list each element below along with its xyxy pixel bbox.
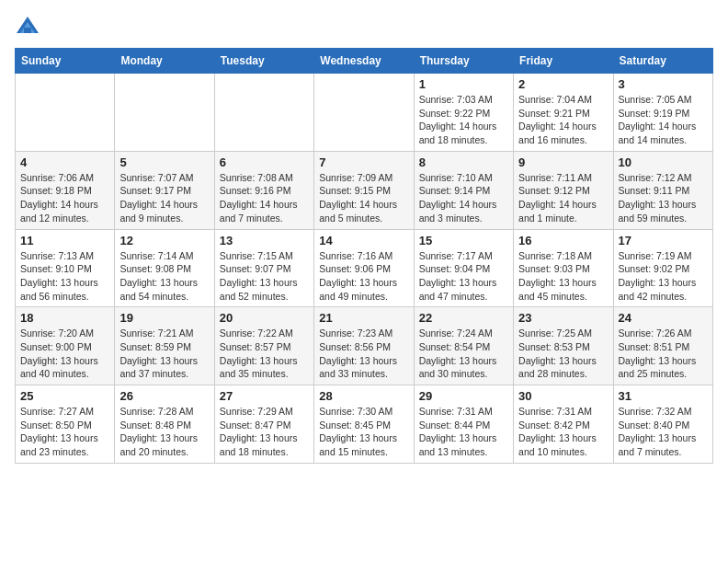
calendar-cell: 6Sunrise: 7:08 AM Sunset: 9:16 PM Daylig… — [214, 151, 313, 229]
calendar-cell: 27Sunrise: 7:29 AM Sunset: 8:47 PM Dayli… — [214, 385, 313, 464]
day-number: 23 — [518, 311, 608, 325]
day-number: 10 — [619, 155, 708, 169]
calendar-cell: 13Sunrise: 7:15 AM Sunset: 9:07 PM Dayli… — [214, 229, 313, 307]
day-number: 3 — [619, 77, 708, 91]
day-number: 9 — [518, 155, 608, 169]
calendar-cell — [314, 74, 414, 152]
day-info: Sunrise: 7:27 AM Sunset: 8:50 PM Dayligh… — [20, 405, 109, 459]
day-info: Sunrise: 7:03 AM Sunset: 9:22 PM Dayligh… — [419, 93, 508, 147]
calendar-cell: 31Sunrise: 7:32 AM Sunset: 8:40 PM Dayli… — [613, 385, 712, 464]
calendar-cell — [16, 74, 115, 152]
day-info: Sunrise: 7:20 AM Sunset: 9:00 PM Dayligh… — [20, 327, 109, 381]
day-info: Sunrise: 7:16 AM Sunset: 9:06 PM Dayligh… — [319, 249, 408, 304]
weekday-header-friday: Friday — [514, 49, 613, 74]
day-info: Sunrise: 7:14 AM Sunset: 9:08 PM Dayligh… — [119, 249, 209, 304]
day-info: Sunrise: 7:32 AM Sunset: 8:40 PM Dayligh… — [619, 405, 708, 459]
day-number: 8 — [419, 155, 508, 169]
day-number: 28 — [319, 389, 408, 403]
day-info: Sunrise: 7:23 AM Sunset: 8:56 PM Dayligh… — [319, 327, 408, 381]
day-info: Sunrise: 7:09 AM Sunset: 9:15 PM Dayligh… — [319, 171, 408, 225]
svg-rect-2 — [24, 28, 31, 33]
weekday-header-saturday: Saturday — [613, 49, 712, 74]
calendar-cell: 4Sunrise: 7:06 AM Sunset: 9:18 PM Daylig… — [16, 151, 115, 229]
weekday-header-wednesday: Wednesday — [314, 49, 414, 74]
day-info: Sunrise: 7:06 AM Sunset: 9:18 PM Dayligh… — [20, 171, 109, 225]
calendar-table: SundayMondayTuesdayWednesdayThursdayFrid… — [15, 48, 713, 464]
calendar-cell: 2Sunrise: 7:04 AM Sunset: 9:21 PM Daylig… — [514, 74, 613, 152]
calendar-week-row: 1Sunrise: 7:03 AM Sunset: 9:22 PM Daylig… — [16, 74, 713, 152]
day-number: 12 — [119, 234, 209, 247]
day-info: Sunrise: 7:25 AM Sunset: 8:53 PM Dayligh… — [518, 327, 608, 381]
day-info: Sunrise: 7:26 AM Sunset: 8:51 PM Dayligh… — [619, 327, 708, 381]
calendar-cell: 21Sunrise: 7:23 AM Sunset: 8:56 PM Dayli… — [314, 307, 414, 385]
calendar-cell: 9Sunrise: 7:11 AM Sunset: 9:12 PM Daylig… — [514, 151, 613, 229]
day-number: 21 — [319, 311, 408, 325]
day-info: Sunrise: 7:04 AM Sunset: 9:21 PM Dayligh… — [518, 93, 608, 147]
day-info: Sunrise: 7:13 AM Sunset: 9:10 PM Dayligh… — [20, 249, 109, 304]
day-number: 14 — [319, 234, 408, 247]
day-info: Sunrise: 7:21 AM Sunset: 8:59 PM Dayligh… — [119, 327, 209, 381]
calendar-cell: 15Sunrise: 7:17 AM Sunset: 9:04 PM Dayli… — [414, 229, 513, 307]
day-info: Sunrise: 7:18 AM Sunset: 9:03 PM Dayligh… — [518, 249, 608, 304]
day-info: Sunrise: 7:08 AM Sunset: 9:16 PM Dayligh… — [220, 171, 309, 225]
day-number: 24 — [619, 311, 708, 325]
calendar-cell: 10Sunrise: 7:12 AM Sunset: 9:11 PM Dayli… — [613, 151, 712, 229]
calendar-cell: 8Sunrise: 7:10 AM Sunset: 9:14 PM Daylig… — [414, 151, 513, 229]
day-info: Sunrise: 7:07 AM Sunset: 9:17 PM Dayligh… — [119, 171, 209, 225]
day-number: 26 — [119, 389, 209, 403]
calendar-cell: 20Sunrise: 7:22 AM Sunset: 8:57 PM Dayli… — [214, 307, 313, 385]
day-info: Sunrise: 7:17 AM Sunset: 9:04 PM Dayligh… — [419, 249, 508, 304]
weekday-header-row: SundayMondayTuesdayWednesdayThursdayFrid… — [16, 49, 713, 74]
calendar-cell: 12Sunrise: 7:14 AM Sunset: 9:08 PM Dayli… — [115, 229, 214, 307]
calendar-cell: 11Sunrise: 7:13 AM Sunset: 9:10 PM Dayli… — [16, 229, 115, 307]
day-number: 5 — [119, 155, 209, 169]
calendar-cell: 1Sunrise: 7:03 AM Sunset: 9:22 PM Daylig… — [414, 74, 513, 152]
calendar-cell — [115, 74, 214, 152]
day-number: 4 — [20, 155, 109, 169]
day-number: 30 — [518, 389, 608, 403]
day-number: 22 — [419, 311, 508, 325]
calendar-cell: 22Sunrise: 7:24 AM Sunset: 8:54 PM Dayli… — [414, 307, 513, 385]
day-number: 1 — [419, 77, 508, 91]
calendar-cell: 25Sunrise: 7:27 AM Sunset: 8:50 PM Dayli… — [16, 385, 115, 464]
day-info: Sunrise: 7:11 AM Sunset: 9:12 PM Dayligh… — [518, 171, 608, 225]
day-number: 20 — [220, 311, 309, 325]
weekday-header-thursday: Thursday — [414, 49, 513, 74]
day-number: 17 — [619, 234, 708, 247]
page-header — [15, 15, 713, 40]
day-number: 19 — [119, 311, 209, 325]
day-info: Sunrise: 7:29 AM Sunset: 8:47 PM Dayligh… — [220, 405, 309, 459]
calendar-cell: 29Sunrise: 7:31 AM Sunset: 8:44 PM Dayli… — [414, 385, 513, 464]
day-number: 7 — [319, 155, 408, 169]
day-number: 25 — [20, 389, 109, 403]
calendar-cell: 30Sunrise: 7:31 AM Sunset: 8:42 PM Dayli… — [514, 385, 613, 464]
day-info: Sunrise: 7:10 AM Sunset: 9:14 PM Dayligh… — [419, 171, 508, 225]
day-info: Sunrise: 7:24 AM Sunset: 8:54 PM Dayligh… — [419, 327, 508, 381]
calendar-cell: 26Sunrise: 7:28 AM Sunset: 8:48 PM Dayli… — [115, 385, 214, 464]
day-number: 16 — [518, 234, 608, 247]
logo-icon — [15, 15, 40, 40]
day-number: 13 — [220, 234, 309, 247]
day-info: Sunrise: 7:31 AM Sunset: 8:44 PM Dayligh… — [419, 405, 508, 459]
calendar-cell: 18Sunrise: 7:20 AM Sunset: 9:00 PM Dayli… — [16, 307, 115, 385]
day-info: Sunrise: 7:15 AM Sunset: 9:07 PM Dayligh… — [220, 249, 309, 304]
calendar-week-row: 11Sunrise: 7:13 AM Sunset: 9:10 PM Dayli… — [16, 229, 713, 307]
day-info: Sunrise: 7:12 AM Sunset: 9:11 PM Dayligh… — [619, 171, 708, 225]
calendar-week-row: 4Sunrise: 7:06 AM Sunset: 9:18 PM Daylig… — [16, 151, 713, 229]
day-info: Sunrise: 7:19 AM Sunset: 9:02 PM Dayligh… — [619, 249, 708, 304]
weekday-header-tuesday: Tuesday — [214, 49, 313, 74]
calendar-cell: 19Sunrise: 7:21 AM Sunset: 8:59 PM Dayli… — [115, 307, 214, 385]
calendar-cell: 23Sunrise: 7:25 AM Sunset: 8:53 PM Dayli… — [514, 307, 613, 385]
day-number: 6 — [220, 155, 309, 169]
day-number: 31 — [619, 389, 708, 403]
day-info: Sunrise: 7:05 AM Sunset: 9:19 PM Dayligh… — [619, 93, 708, 147]
calendar-week-row: 18Sunrise: 7:20 AM Sunset: 9:00 PM Dayli… — [16, 307, 713, 385]
calendar-cell: 5Sunrise: 7:07 AM Sunset: 9:17 PM Daylig… — [115, 151, 214, 229]
day-number: 18 — [20, 311, 109, 325]
calendar-cell: 24Sunrise: 7:26 AM Sunset: 8:51 PM Dayli… — [613, 307, 712, 385]
calendar-cell: 7Sunrise: 7:09 AM Sunset: 9:15 PM Daylig… — [314, 151, 414, 229]
day-info: Sunrise: 7:30 AM Sunset: 8:45 PM Dayligh… — [319, 405, 408, 459]
calendar-cell: 3Sunrise: 7:05 AM Sunset: 9:19 PM Daylig… — [613, 74, 712, 152]
logo — [15, 15, 44, 40]
calendar-week-row: 25Sunrise: 7:27 AM Sunset: 8:50 PM Dayli… — [16, 385, 713, 464]
